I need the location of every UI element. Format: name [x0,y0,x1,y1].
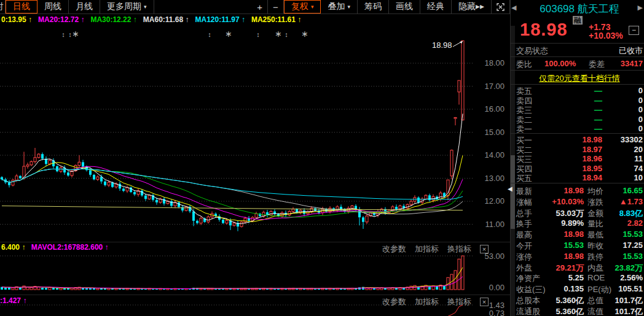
candle-body [178,202,180,207]
expand-fullscreen-icon[interactable] [492,0,510,13]
stat-value: 23.82万 [615,263,643,274]
stat-row: 最高18.98最低15.53 [516,229,643,240]
status-value: 已收市 [619,45,643,56]
stat-label: 最低 [587,229,603,241]
trading-app-window: 时日线周线月线更多周期▾+−复权▾叠加▾筹码画线经典隐藏▸▸ 0:13.95 ↑… [0,0,644,316]
candle-body [255,214,257,217]
candle-body [292,209,294,212]
last-price: 18.98 [520,20,568,40]
price-tick-label: 11.00 [485,220,505,229]
stat-row: 涨停18.98跌停15.53 [516,252,643,262]
candle-body [30,162,33,165]
price-tick-label: 14.00 [484,150,505,160]
toolbar-button-+[interactable]: + [252,0,268,13]
bid-row: 买五18.9410 [516,173,643,183]
divider [510,70,644,71]
tab-日线[interactable]: 日线 [6,0,37,13]
toolbar-button-−[interactable]: − [268,0,284,13]
next-stock-arrow[interactable]: ▶ [638,4,643,12]
pane-button-改参数[interactable]: 改参数 [382,296,406,307]
stat-label: 昨收 [587,241,603,252]
partial-tab[interactable]: 时 [0,0,6,13]
candle-body [366,216,368,222]
dividend-marker-icon: ∗ [72,29,79,39]
weicha-value: 33417 [621,59,643,68]
candle-body [56,166,58,171]
tab-周线[interactable]: 周线 [37,0,69,13]
candle-body [19,176,22,179]
candle-body [37,154,40,158]
chevron-down-icon: ▾ [347,4,350,10]
scrollbar-thumb[interactable] [511,155,515,229]
ma-legend-item: MA20:12.72 ↑ [38,15,84,24]
volume-bar [461,256,464,290]
candle-body [454,118,457,119]
dividend-marker-icon: ∗ [225,29,232,39]
tab-label: 日线 [13,1,30,12]
stat-value: 16.65 [622,186,643,195]
level2-upsell-link[interactable]: 仅需20元查看十档行情 [516,73,643,84]
candle-body [108,182,110,185]
panel-scrollbar[interactable] [511,26,515,316]
stat-row: 净资产5.25ROE2.56% [516,273,643,283]
pane-button-加指标[interactable]: 加指标 [415,244,439,255]
pane-button-加指标[interactable]: 加指标 [415,296,439,307]
candle-body [148,195,151,199]
toolbar-button-筹码[interactable]: 筹码 [358,0,389,13]
candlestick-chart[interactable]: 18.0017.0016.0015.0014.0013.0012.0011.00… [0,26,510,316]
stat-row: 涨幅+10.03%涨跌▲1.73 [516,197,643,207]
candle-body [417,198,420,202]
stat-value: 105.51 [618,284,643,293]
volume-bar [384,288,387,290]
volume-bar [52,288,55,290]
price-tick-label: 16.00 [484,104,505,114]
pane-button-换指标[interactable]: 换指标 [447,244,471,255]
candle-body [185,207,187,210]
mavol-line [2,268,463,289]
toolbar-button-画线[interactable]: 画线 [389,0,420,13]
bid-row: 买一18.9833302 [516,135,643,145]
candle-body [41,154,44,159]
volume-bar [41,288,44,290]
prev-stock-arrow[interactable]: ◀ [511,4,516,12]
button-label: 画线 [396,1,413,12]
button-label: 隐藏▸▸ [458,1,484,12]
toolbar-button-复权[interactable]: 复权▾ [284,0,321,13]
pane-divider [0,295,510,295]
toolbar-button-叠加[interactable]: 叠加▾ [321,0,358,13]
candle-body [226,221,228,223]
candle-body [119,184,121,189]
minimize-panel-button[interactable]: − [629,26,639,35]
volume-bar [49,288,51,290]
event-marker-icon: ↕ [208,31,211,38]
close-pane-icon[interactable]: × [480,298,489,306]
close-pane-icon[interactable]: × [480,245,489,253]
bid-row: 买二18.9720 [516,145,643,155]
panel-collapse-handle[interactable]: ◀ [508,185,512,192]
candle-body [12,180,14,185]
toolbar-button-经典[interactable]: 经典 [420,0,452,13]
level-volume: 0 [638,124,643,133]
toolbar-button-隐藏▸▸[interactable]: 隐藏▸▸ [452,0,492,13]
candle-body [144,196,147,199]
tab-更多周期[interactable]: 更多周期▾ [100,0,154,13]
mavol2-label: MAVOL2:167882.600 [31,243,103,252]
candle-body [270,212,272,215]
ask-row: 卖五—0 [516,86,643,96]
stat-label: 均价 [587,186,603,197]
stat-value: 101.7亿 [615,295,643,306]
tab-月线[interactable]: 月线 [69,0,100,13]
stat-label: 总股本 [516,295,540,306]
stat-value: 53.03万 [542,208,584,219]
candle-body [450,150,453,176]
level-price: 18.94 [582,173,602,182]
stat-label: 总手 [516,208,532,219]
volume-bar [85,288,88,290]
ma-legend-item: MA120:11.97 ↑ [195,15,245,24]
volume-pane-buttons: 改参数加指标换指标× [382,244,489,255]
level-volume: 0 [638,115,643,124]
pane-button-换指标[interactable]: 换指标 [447,296,471,307]
bid-levels: 买一18.9833302买二18.9720买三18.9611买四18.9574买… [516,135,643,183]
candle-body [192,212,195,221]
pane-button-改参数[interactable]: 改参数 [382,244,406,255]
